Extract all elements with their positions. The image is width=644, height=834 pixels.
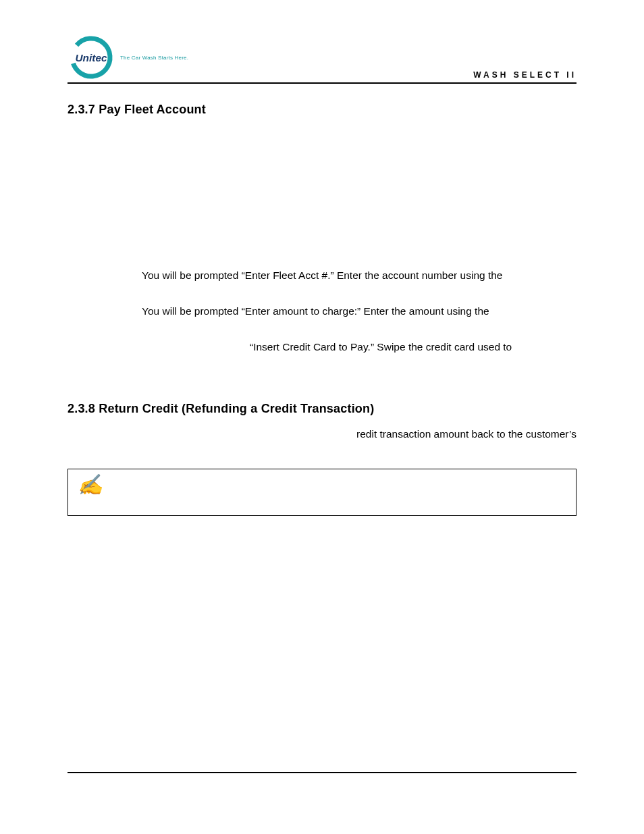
para-238-frag-text: redit transaction amount back to the cus… bbox=[68, 428, 576, 440]
para-238-frag: redit transaction amount back to the cus… bbox=[68, 428, 576, 440]
footer-rule bbox=[68, 772, 576, 773]
para-237-1: You will be prompted “Enter Fleet Acct #… bbox=[142, 269, 576, 283]
note-icon-row: ✍ bbox=[78, 475, 566, 495]
logo-wordmark: Unitec bbox=[75, 52, 107, 63]
header-rule bbox=[68, 82, 576, 84]
product-name: WASH SELECT II bbox=[473, 70, 576, 81]
logo-cluster: Unitec The Car Wash Starts Here. bbox=[68, 34, 188, 81]
document-page: Unitec The Car Wash Starts Here. WASH SE… bbox=[0, 0, 644, 834]
page-header: Unitec The Car Wash Starts Here. WASH SE… bbox=[68, 34, 576, 81]
note-box: ✍ bbox=[68, 469, 576, 516]
para-237-2: You will be prompted “Enter amount to ch… bbox=[142, 305, 576, 319]
unitec-logo-icon: Unitec bbox=[68, 34, 115, 81]
para-237-3: “Insert Credit Card to Pay.” Swipe the c… bbox=[250, 340, 576, 355]
handwriting-note-icon: ✍ bbox=[78, 475, 103, 495]
logo-tagline: The Car Wash Starts Here. bbox=[120, 55, 188, 61]
section-heading-237: 2.3.7 Pay Fleet Account bbox=[68, 103, 576, 117]
section-237-body: You will be prompted “Enter Fleet Acct #… bbox=[142, 269, 576, 355]
section-238-body: redit transaction amount back to the cus… bbox=[68, 428, 576, 440]
section-heading-238: 2.3.8 Return Credit (Refunding a Credit … bbox=[68, 402, 576, 416]
